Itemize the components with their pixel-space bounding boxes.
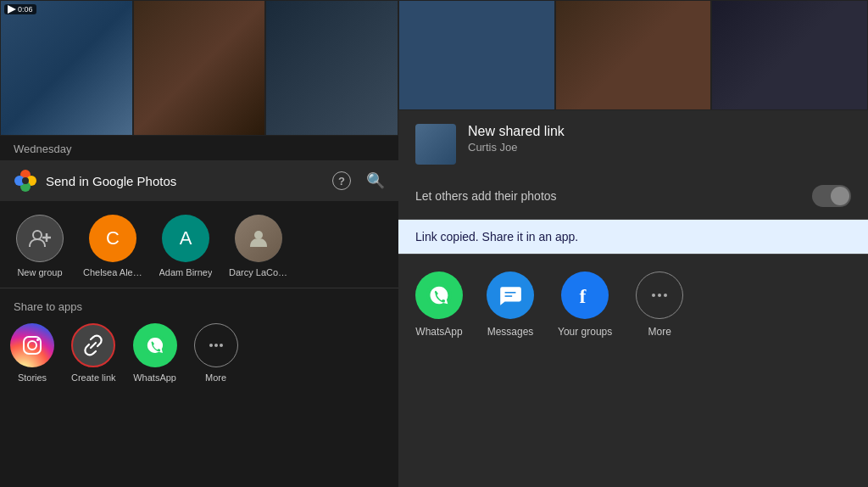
- instagram-icon: [10, 323, 54, 367]
- contacts-row: New group C Chelsea Aleq... A Adam Birne…: [0, 201, 398, 284]
- app-stories[interactable]: Stories: [10, 323, 54, 383]
- left-panel: 0:06 Wednesday Send in Google Photos ? 🔍: [0, 0, 398, 487]
- darcy-photo: [235, 215, 282, 262]
- contact-new-group[interactable]: New group: [10, 215, 70, 277]
- chelsea-initials: C: [106, 227, 120, 249]
- darcy-person-svg: [248, 228, 269, 249]
- svg-point-13: [209, 344, 213, 347]
- chelsea-name: Chelsea Aleq...: [83, 267, 142, 277]
- app-more-right[interactable]: More: [636, 271, 683, 338]
- share-to-apps-label: Share to apps: [0, 292, 398, 320]
- contact-darcy[interactable]: Darcy LaCouv... cu: [229, 215, 288, 277]
- more-right-label: More: [648, 326, 671, 338]
- link-info: New shared link Curtis Joe: [468, 124, 851, 154]
- google-photos-svg: [14, 169, 37, 193]
- app-messages-right[interactable]: Messages: [487, 271, 534, 338]
- whatsapp-left-label: WhatsApp: [133, 372, 176, 383]
- whatsapp-right-label: WhatsApp: [415, 326, 462, 338]
- messages-svg: [498, 283, 523, 308]
- adam-avatar: A: [162, 215, 209, 262]
- whatsapp-right-svg: [426, 282, 453, 309]
- app-whatsapp-left[interactable]: WhatsApp: [133, 323, 177, 383]
- svg-point-22: [664, 294, 667, 297]
- chelsea-avatar: C: [89, 215, 136, 262]
- new-group-label: New group: [17, 267, 62, 277]
- contact-chelsea[interactable]: C Chelsea Aleq...: [83, 215, 142, 277]
- create-link-icon: [71, 323, 115, 367]
- app-your-groups[interactable]: f Your groups: [558, 271, 612, 338]
- right-photo-3: [711, 0, 868, 110]
- more-left-icon: [194, 323, 238, 367]
- svg-text:f: f: [580, 285, 587, 307]
- right-photo-top: [398, 0, 868, 110]
- photo-cell-2: [133, 0, 266, 136]
- facebook-svg: f: [572, 283, 598, 308]
- more-right-dots-svg: [650, 286, 669, 305]
- svg-point-8: [254, 231, 263, 239]
- whatsapp-right-icon: [415, 271, 463, 319]
- whatsapp-left-icon: [133, 323, 177, 367]
- share-header: Send in Google Photos ? 🔍: [0, 160, 398, 201]
- new-group-avatar: [16, 215, 64, 262]
- photo-cell-3: [265, 0, 398, 136]
- photo-cell-1: 0:06: [0, 0, 133, 136]
- whatsapp-svg: [143, 333, 167, 357]
- divider-1: [0, 288, 398, 288]
- svg-point-11: [36, 339, 39, 341]
- toggle-knob: [831, 187, 849, 205]
- play-icon: [8, 5, 16, 14]
- thumbnail-img: [415, 124, 456, 165]
- apps-row: Stories Create link WhatsA: [0, 320, 398, 396]
- app-more-left[interactable]: More: [194, 323, 238, 383]
- shared-link-section: New shared link Curtis Joe: [398, 110, 868, 176]
- add-person-svg: [28, 227, 52, 250]
- more-dots-svg: [208, 337, 225, 354]
- darcy-avatar: [235, 215, 282, 262]
- instagram-svg: [21, 334, 43, 356]
- link-copied-banner: Link copied. Share it in an app.: [398, 220, 868, 254]
- person-plus-icon: [17, 216, 63, 261]
- link-thumbnail: [415, 124, 456, 165]
- link-author: Curtis Joe: [468, 141, 851, 154]
- adam-name: Adam Birney: [159, 267, 213, 277]
- right-photo-2: [555, 0, 712, 110]
- link-svg: [82, 334, 104, 356]
- share-title: Send in Google Photos: [46, 174, 324, 188]
- wednesday-label: Wednesday: [0, 136, 398, 160]
- toggle-row: Let others add their photos: [398, 176, 868, 219]
- video-time: 0:06: [18, 5, 33, 14]
- contact-adam[interactable]: A Adam Birney: [156, 215, 215, 277]
- create-link-label: Create link: [71, 372, 116, 383]
- svg-point-10: [28, 341, 36, 350]
- svg-point-20: [652, 294, 655, 297]
- facebook-icon: f: [561, 271, 609, 319]
- share-to-apps-right: WhatsApp Messages f Your groups: [398, 255, 868, 346]
- messages-right-label: Messages: [487, 326, 534, 338]
- more-right-icon: [636, 271, 683, 319]
- darcy-name: Darcy LaCouv... cu: [229, 267, 288, 277]
- help-icon[interactable]: ?: [332, 171, 351, 190]
- toggle-label: Let others add their photos: [415, 189, 557, 203]
- your-groups-label: Your groups: [558, 326, 612, 338]
- video-indicator: 0:06: [4, 4, 36, 14]
- right-photo-1: [398, 0, 555, 110]
- svg-point-14: [214, 344, 218, 347]
- svg-point-21: [658, 294, 661, 297]
- svg-point-5: [33, 231, 42, 239]
- google-photos-icon: [14, 169, 37, 193]
- adam-initials: A: [180, 227, 192, 249]
- more-left-label: More: [205, 372, 226, 383]
- photo-grid-top: 0:06: [0, 0, 398, 136]
- right-panel: New shared link Curtis Joe Let others ad…: [398, 0, 868, 487]
- link-title: New shared link: [468, 124, 851, 139]
- svg-point-4: [22, 177, 29, 184]
- stories-label: Stories: [18, 372, 47, 383]
- app-create-link[interactable]: Create link: [71, 323, 116, 383]
- messages-right-icon: [487, 271, 534, 319]
- svg-point-15: [220, 344, 223, 347]
- search-icon[interactable]: 🔍: [366, 171, 385, 190]
- toggle-switch[interactable]: [812, 185, 851, 207]
- app-whatsapp-right[interactable]: WhatsApp: [415, 271, 463, 338]
